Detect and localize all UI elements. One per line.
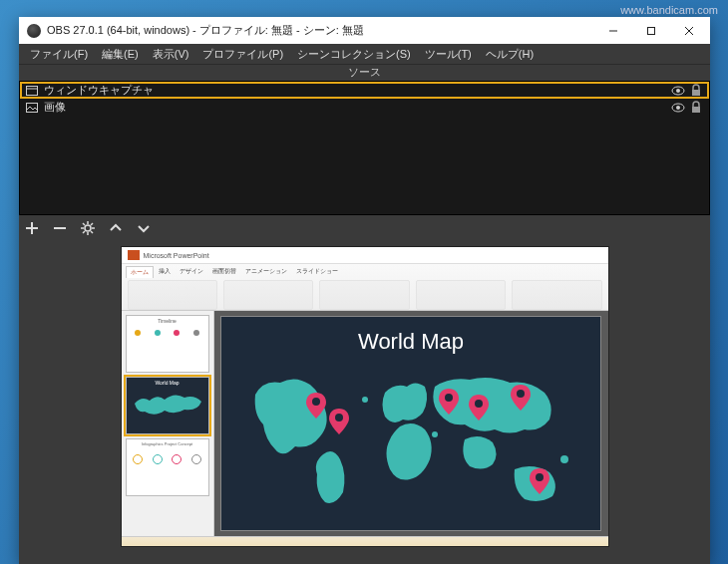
svg-line-22 [91, 231, 93, 233]
watermark-text: www.bandicam.com [620, 4, 718, 16]
menu-view[interactable]: 表示(V) [146, 45, 196, 64]
thumb-label: Timeline [129, 318, 206, 324]
svg-rect-8 [692, 90, 700, 96]
menu-edit[interactable]: 編集(E) [95, 45, 146, 64]
slide-canvas: World Map [221, 317, 600, 530]
svg-point-25 [560, 455, 568, 463]
move-down-button[interactable] [137, 221, 151, 235]
menu-file[interactable]: ファイル(F) [23, 45, 95, 64]
visibility-icon[interactable] [671, 84, 685, 98]
ribbon-tab: ホーム [126, 266, 154, 278]
remove-source-button[interactable] [53, 221, 67, 235]
lock-icon[interactable] [689, 101, 703, 115]
source-item-image[interactable]: 画像 [20, 99, 709, 116]
slide-thumbnails: Timeline World Map Infographics Project … [122, 311, 214, 536]
svg-point-32 [517, 390, 525, 398]
map-pin-icon [469, 395, 489, 421]
move-up-button[interactable] [109, 221, 123, 235]
svg-rect-4 [27, 86, 38, 95]
slide-title-text: World Map [221, 329, 600, 355]
map-pin-icon [439, 389, 459, 415]
svg-point-11 [676, 106, 680, 110]
svg-point-27 [432, 431, 438, 437]
svg-point-29 [335, 414, 343, 422]
slide-editor: World Map [214, 311, 608, 536]
menu-tools[interactable]: ツール(T) [418, 45, 479, 64]
svg-point-30 [445, 394, 453, 402]
source-properties-button[interactable] [81, 221, 95, 235]
image-icon [26, 103, 38, 113]
powerpoint-statusbar [122, 536, 608, 546]
menu-help[interactable]: ヘルプ(H) [479, 45, 541, 64]
sources-toolbar [19, 215, 710, 241]
desktop-background: www.bandicam.com OBS 27.0.1 (64-bit, win… [0, 0, 728, 564]
svg-point-28 [312, 398, 320, 406]
map-pin-icon [511, 385, 531, 411]
obs-window: OBS 27.0.1 (64-bit, windows) - プロファイル: 無… [19, 17, 710, 564]
svg-point-33 [536, 473, 544, 481]
window-title: OBS 27.0.1 (64-bit, windows) - プロファイル: 無… [47, 23, 594, 38]
slide-thumb: Infographics Project Concept [126, 438, 209, 496]
source-item-window-capture[interactable]: ウィンドウキャプチャ [20, 82, 709, 99]
slide-thumb: Timeline [126, 315, 209, 373]
powerpoint-app-name: Microsoft PowerPoint [144, 252, 209, 259]
svg-rect-1 [648, 27, 655, 34]
menu-scene-collection[interactable]: シーンコレクション(S) [290, 45, 418, 64]
source-label: ウィンドウキャプチャ [44, 83, 667, 98]
svg-line-24 [83, 231, 85, 233]
world-map-graphic [235, 365, 586, 520]
visibility-icon[interactable] [671, 101, 685, 115]
lock-icon[interactable] [689, 84, 703, 98]
sources-list: ウィンドウキャプチャ 画像 [19, 81, 710, 215]
svg-point-31 [475, 400, 483, 408]
map-pin-icon [329, 409, 349, 434]
powerpoint-titlebar: Microsoft PowerPoint [122, 247, 608, 264]
sources-panel-header: ソース [19, 64, 710, 81]
slide-thumb-selected: World Map [126, 377, 209, 434]
captured-powerpoint-window: Microsoft PowerPoint ホーム 挿入 デザイン 画面切替 アニ… [122, 247, 608, 546]
thumb-label: Infographics Project Concept [129, 441, 206, 446]
ribbon-tab: 挿入 [155, 266, 175, 278]
menu-profile[interactable]: プロファイル(P) [195, 45, 290, 64]
maximize-button[interactable] [632, 17, 670, 44]
ribbon-tab: 画面切替 [208, 266, 240, 278]
minimize-button[interactable] [594, 17, 632, 44]
window-icon [26, 86, 38, 96]
ribbon-tab: デザイン [176, 266, 207, 278]
source-label: 画像 [44, 100, 667, 115]
close-button[interactable] [670, 17, 708, 44]
svg-point-7 [676, 89, 680, 93]
ribbon-tab: スライドショー [292, 266, 342, 278]
add-source-button[interactable] [25, 221, 39, 235]
obs-logo-icon [27, 24, 41, 38]
svg-rect-12 [692, 107, 700, 113]
ribbon-tab: アニメーション [241, 266, 291, 278]
svg-point-26 [362, 397, 368, 403]
map-pin-icon [530, 468, 549, 494]
powerpoint-ribbon: ホーム 挿入 デザイン 画面切替 アニメーション スライドショー [122, 264, 608, 311]
menubar: ファイル(F) 編集(E) 表示(V) プロファイル(P) シーンコレクション(… [19, 44, 710, 64]
svg-rect-9 [27, 103, 38, 112]
preview-area: Microsoft PowerPoint ホーム 挿入 デザイン 画面切替 アニ… [19, 241, 710, 564]
titlebar[interactable]: OBS 27.0.1 (64-bit, windows) - プロファイル: 無… [19, 17, 710, 44]
map-pin-icon [306, 393, 326, 419]
svg-point-16 [85, 225, 91, 231]
svg-line-23 [91, 223, 93, 225]
svg-line-21 [83, 223, 85, 225]
